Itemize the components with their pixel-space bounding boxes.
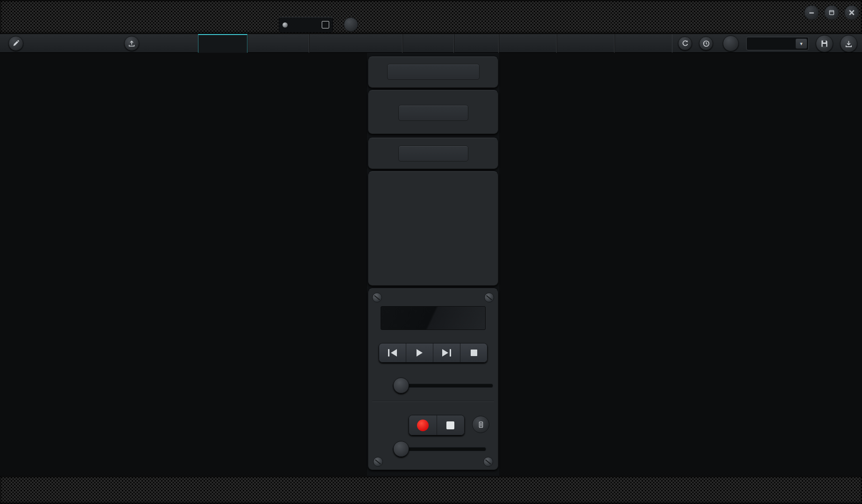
upload-icon — [127, 39, 136, 48]
device-status-icon — [283, 22, 288, 28]
next-track-button[interactable] — [433, 343, 460, 362]
previous-track-button[interactable] — [379, 343, 406, 362]
tab-home[interactable] — [198, 34, 247, 53]
tab-matrix[interactable] — [499, 34, 557, 53]
minimize-icon — [808, 9, 815, 16]
stop-icon — [446, 421, 454, 429]
record-icon — [417, 420, 429, 431]
history-clock-icon — [702, 40, 710, 48]
close-icon — [848, 9, 855, 16]
maximize-button[interactable] — [824, 5, 839, 20]
gain-sharing-automixer-button[interactable] — [387, 64, 480, 80]
file-list-icon — [477, 420, 485, 429]
transport-controls — [379, 343, 488, 363]
recorder-volume — [373, 440, 493, 459]
player-volume — [373, 377, 493, 395]
recorder-volume-knob[interactable] — [393, 441, 409, 457]
save-floppy-icon — [820, 39, 829, 48]
save-preset-button[interactable] — [816, 35, 833, 52]
download-icon — [844, 39, 853, 48]
divider — [372, 401, 494, 401]
device-tab-close-icon[interactable] — [322, 21, 329, 28]
recorder-controls — [409, 415, 465, 435]
master-volume-button[interactable] — [723, 35, 739, 51]
audio-system-window: ▼ — [0, 0, 862, 504]
matrix-panel[interactable] — [368, 171, 498, 286]
tab-inputs[interactable] — [247, 34, 309, 53]
player-panel — [368, 288, 498, 470]
automixer-panel[interactable] — [368, 56, 498, 88]
nav-tabs — [198, 34, 672, 53]
inputs-section — [2, 53, 367, 476]
tab-outputs[interactable] — [557, 34, 615, 53]
screw-icon — [483, 457, 493, 467]
aec-panel[interactable] — [368, 90, 498, 134]
ans-panel[interactable] — [368, 138, 498, 169]
add-device-tab-button[interactable] — [344, 17, 358, 32]
recordings-list-button[interactable] — [472, 416, 489, 433]
screw-icon — [372, 293, 382, 302]
reset-button[interactable] — [678, 36, 692, 50]
record-stop-button[interactable] — [437, 415, 465, 435]
close-button[interactable] — [844, 5, 859, 20]
center-column — [367, 53, 499, 476]
outputs-section — [501, 53, 862, 476]
play-button[interactable] — [406, 343, 433, 362]
record-button[interactable] — [409, 415, 437, 435]
export-button[interactable] — [840, 35, 857, 52]
chevron-down-icon[interactable]: ▼ — [796, 39, 807, 49]
screw-icon — [373, 457, 383, 467]
next-icon — [442, 349, 448, 357]
maximize-icon — [828, 9, 835, 16]
aec-button[interactable] — [398, 105, 468, 121]
workspace — [0, 53, 862, 476]
player-display — [381, 306, 486, 330]
play-icon — [417, 349, 423, 357]
history-button[interactable] — [699, 36, 713, 50]
preset-select[interactable]: ▼ — [746, 37, 809, 50]
tab-aec[interactable] — [403, 34, 454, 53]
stop-button[interactable] — [460, 343, 487, 362]
toolbar: ▼ — [0, 34, 862, 53]
tab-automixer[interactable] — [309, 34, 403, 53]
previous-icon — [388, 349, 389, 357]
recorder-volume-slider[interactable] — [393, 447, 486, 451]
reset-icon — [681, 40, 689, 48]
player-volume-knob[interactable] — [393, 378, 409, 393]
minimize-button[interactable] — [804, 5, 819, 20]
tab-meters[interactable] — [615, 34, 672, 53]
edit-button[interactable] — [8, 36, 23, 51]
player-volume-slider[interactable] — [393, 384, 493, 388]
pencil-icon — [12, 39, 20, 48]
ans-button[interactable] — [398, 146, 468, 161]
stop-icon — [471, 350, 477, 356]
screw-icon — [484, 293, 494, 302]
device-tab[interactable] — [279, 17, 333, 33]
title-bar — [0, 0, 862, 34]
upload-button[interactable] — [124, 36, 139, 51]
pager-bar — [0, 476, 862, 504]
tab-ans[interactable] — [454, 34, 499, 53]
